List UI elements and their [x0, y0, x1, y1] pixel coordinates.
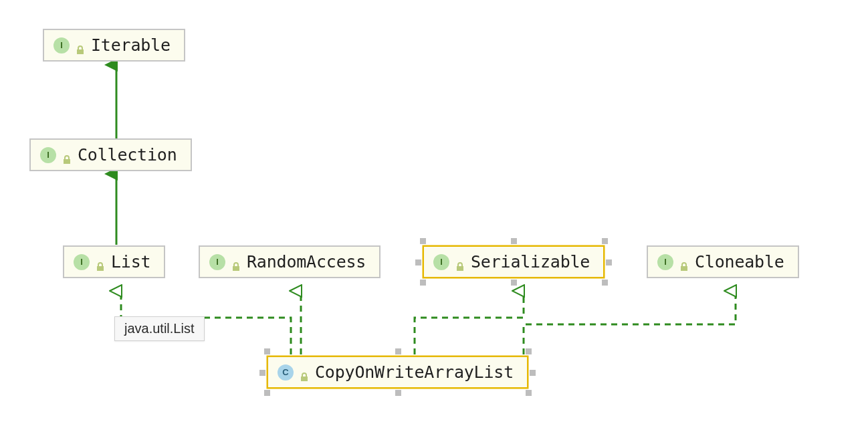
edge-cowal-cloneable	[524, 291, 736, 354]
node-label: List	[111, 252, 150, 272]
edge-cowal-serializable	[415, 291, 524, 354]
lock-icon	[231, 257, 241, 268]
node-cloneable[interactable]: I Cloneable	[647, 245, 799, 278]
node-copyonwritearraylist[interactable]: C CopyOnWriteArrayList	[267, 356, 528, 389]
node-label: RandomAccess	[247, 252, 366, 272]
diagram-canvas[interactable]: I Iterable I Collection I List I RandomA…	[0, 0, 868, 424]
node-serializable[interactable]: I Serializable	[423, 245, 605, 278]
node-collection[interactable]: I Collection	[29, 138, 192, 171]
interface-icon: I	[209, 254, 225, 270]
selection-handle[interactable]	[420, 280, 426, 286]
node-randomaccess[interactable]: I RandomAccess	[199, 245, 381, 278]
selection-handle[interactable]	[602, 280, 608, 286]
selection-handle[interactable]	[420, 238, 426, 244]
selection-handle[interactable]	[602, 238, 608, 244]
tooltip-fqn: java.util.List	[114, 316, 205, 341]
node-iterable[interactable]: I Iterable	[43, 29, 185, 62]
selection-handle[interactable]	[511, 280, 517, 286]
selection-handle[interactable]	[511, 238, 517, 244]
interface-icon: I	[74, 254, 90, 270]
node-list[interactable]: I List	[63, 245, 165, 278]
selection-handle[interactable]	[530, 370, 536, 376]
lock-icon	[679, 257, 689, 268]
lock-icon	[455, 257, 465, 268]
selection-handle[interactable]	[264, 390, 270, 396]
selection-handle[interactable]	[259, 370, 265, 376]
selection-handle[interactable]	[526, 390, 532, 396]
lock-icon	[75, 40, 86, 51]
lock-icon	[62, 150, 72, 161]
selection-handle[interactable]	[395, 390, 401, 396]
interface-icon: I	[657, 254, 673, 270]
selection-handle[interactable]	[526, 348, 532, 354]
selection-handle[interactable]	[415, 259, 421, 266]
class-icon: C	[278, 364, 294, 381]
node-label: Cloneable	[695, 252, 784, 272]
node-label: CopyOnWriteArrayList	[315, 362, 514, 382]
interface-icon: I	[40, 147, 56, 163]
lock-icon	[95, 257, 106, 268]
node-label: Serializable	[471, 252, 590, 272]
selection-handle[interactable]	[395, 348, 401, 354]
tooltip-text: java.util.List	[124, 321, 195, 336]
selection-handle[interactable]	[264, 348, 270, 354]
interface-icon: I	[433, 254, 449, 270]
node-label: Iterable	[91, 35, 171, 55]
interface-icon: I	[53, 37, 70, 54]
selection-handle[interactable]	[606, 259, 612, 266]
node-label: Collection	[78, 145, 177, 165]
lock-icon	[299, 367, 310, 378]
